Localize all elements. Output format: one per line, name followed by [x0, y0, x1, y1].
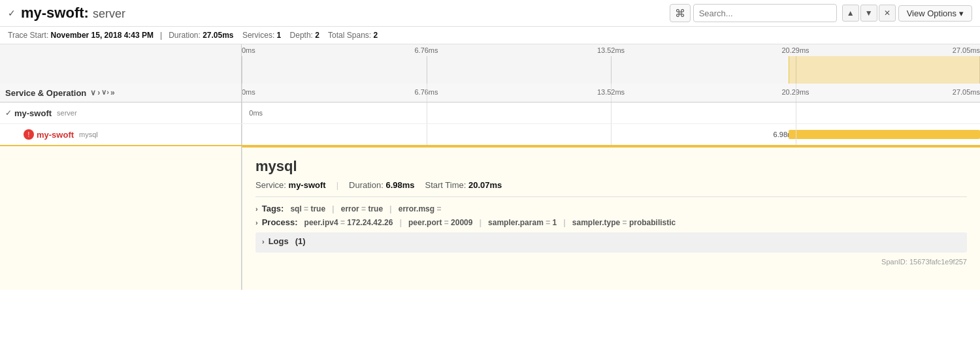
detail-start: Start Time: 20.07ms [425, 180, 502, 190]
sort-icons: ∨ › ∨› » [90, 88, 114, 97]
tags-label: Tags: [262, 204, 284, 213]
row2-tick-1 [427, 124, 427, 145]
logs-count: (1) [295, 236, 306, 246]
header-tick-3 [796, 84, 796, 102]
detail-panel-container: mysql Service: my-swoft | Duration: 6.98… [0, 146, 980, 290]
row-left-mysql: ! my-swoft mysql [0, 124, 242, 145]
row-service-tag-mysql: mysql [79, 131, 98, 138]
nav-up-button[interactable]: ▲ [842, 5, 859, 22]
title-area: ✓ my-swoft: server [8, 5, 662, 22]
tags-section: › Tags: sql = true | error = true | erro… [255, 204, 967, 213]
header: ✓ my-swoft: server ⌘ ▲ ▼ ✕ View Options … [0, 0, 980, 27]
proc-sep2: | [479, 217, 482, 227]
duration-value: 27.05ms [203, 31, 233, 40]
process-expand-icon[interactable]: › [255, 219, 258, 227]
detail-sep1: | [336, 180, 338, 190]
ruler-label-2: 13.52ms [597, 46, 625, 54]
ruler-label-4: 27.05ms [953, 46, 980, 54]
tag-error-msg: error.msg = [399, 204, 442, 213]
detail-panel: mysql Service: my-swoft | Duration: 6.98… [242, 146, 980, 290]
depth-label: Depth: [290, 31, 316, 40]
row-right-mysql: 6.98ms [242, 124, 980, 145]
cmd-icon: ⌘ [675, 7, 685, 20]
col-service-label: Service & Operation [5, 88, 86, 98]
spans-label: Total Spans: [328, 31, 373, 40]
search-input[interactable] [693, 4, 837, 22]
tick-1 [427, 56, 427, 84]
nav-down-button[interactable]: ▼ [860, 5, 877, 22]
tags-header: › Tags: sql = true | error = true | erro… [255, 204, 967, 213]
row2-tick-2 [611, 124, 612, 145]
sort-down-right-icon[interactable]: ∨› [101, 88, 109, 97]
row-collapse-icon[interactable]: ✓ [5, 108, 12, 117]
detail-panel-left [0, 146, 242, 290]
header-tick-0 [242, 84, 242, 102]
trace-info: Trace Start: November 15, 2018 4:43 PM |… [0, 27, 980, 44]
row-right-server: 0ms [242, 102, 980, 123]
tag-error: error = true [341, 204, 383, 213]
sort-down-icon[interactable]: ∨ [90, 88, 96, 97]
duration-label: Duration: [169, 31, 203, 40]
col-header-left: Service & Operation ∨ › ∨› » [0, 84, 242, 102]
span-id-value: 15673fafc1e9f257 [909, 258, 967, 266]
ruler-label-1: 6.76ms [414, 46, 438, 54]
page-title: my-swoft: server [21, 5, 125, 22]
minimap-right: 0ms 6.76ms 13.52ms 20.29ms 27.05ms [242, 44, 980, 84]
mysql-span-bar [789, 130, 980, 139]
tags-expand-icon[interactable]: › [255, 205, 258, 213]
process-sampler-param: sampler.param = 1 [488, 218, 557, 227]
row-service-name-mysql: my-swoft [37, 130, 74, 140]
nav-close-button[interactable]: ✕ [879, 5, 896, 22]
logs-label: Logs [269, 236, 289, 246]
trace-start-value: November 15, 2018 4:43 PM [51, 31, 154, 40]
sort-double-right-icon[interactable]: » [110, 88, 115, 97]
table-row[interactable]: ! my-swoft mysql 6.98ms [0, 124, 980, 146]
minimap-selection [789, 56, 980, 84]
process-section: › Process: peer.ipv4 = 172.24.42.26 | pe… [255, 217, 967, 227]
col-headers: Service & Operation ∨ › ∨› » 0ms 6.76ms … [0, 84, 980, 102]
error-dot-icon: ! [24, 129, 34, 140]
detail-service-value: my-swoft [289, 180, 326, 190]
span-id-label: SpanID: [881, 258, 909, 266]
title-sep: : [84, 5, 93, 21]
collapse-icon[interactable]: ✓ [8, 8, 16, 18]
process-port: peer.port = 20009 [408, 218, 472, 227]
title-service: my-swoft [21, 5, 84, 21]
tag-sql: sql = true [290, 204, 325, 213]
view-options-chevron: ▾ [959, 8, 964, 18]
tick-0 [242, 56, 242, 84]
tag-sep1: | [332, 204, 335, 213]
row-tick-3 [796, 102, 796, 123]
table-row[interactable]: ✓ my-swoft server 0ms [0, 102, 980, 124]
header-tick-2 [611, 84, 612, 102]
services-value: 1 [277, 31, 282, 40]
tag-sep2: | [389, 204, 392, 213]
trace-start-label: Trace Start: [8, 31, 51, 40]
span-label-server: 0ms [249, 109, 263, 117]
detail-start-value: 20.07ms [468, 180, 502, 190]
process-ipv4: peer.ipv4 = 172.24.42.26 [304, 218, 393, 227]
header-tick-1 [427, 84, 427, 102]
process-label: Process: [262, 217, 298, 227]
span-label-mysql: 6.98ms [774, 131, 783, 138]
row-service-tag: server [57, 109, 77, 117]
ruler-label-0: 0ms [242, 46, 255, 54]
cmd-button[interactable]: ⌘ [670, 4, 691, 22]
title-operation: server [93, 7, 125, 20]
logs-section: › Logs (1) [255, 232, 967, 253]
view-options-button[interactable]: View Options ▾ [898, 5, 972, 22]
time-header-4: 27.05ms [953, 88, 980, 96]
view-options-label: View Options [907, 8, 956, 18]
row-tick-2 [611, 102, 612, 123]
logs-expand-icon[interactable]: › [262, 238, 265, 245]
detail-duration: Duration: 6.98ms [349, 180, 414, 190]
proc-sep3: | [563, 217, 566, 227]
col-header-right: 0ms 6.76ms 13.52ms 20.29ms 27.05ms [242, 84, 980, 102]
row-service-name: my-swoft [14, 108, 52, 118]
minimap-left [0, 44, 242, 84]
detail-service-label: Service: my-swoft [255, 180, 326, 190]
sort-right-icon[interactable]: › [97, 88, 100, 97]
row-tick-1 [427, 102, 427, 123]
row2-tick-0 [242, 124, 242, 145]
search-area: ⌘ ▲ ▼ ✕ View Options ▾ [670, 4, 972, 22]
